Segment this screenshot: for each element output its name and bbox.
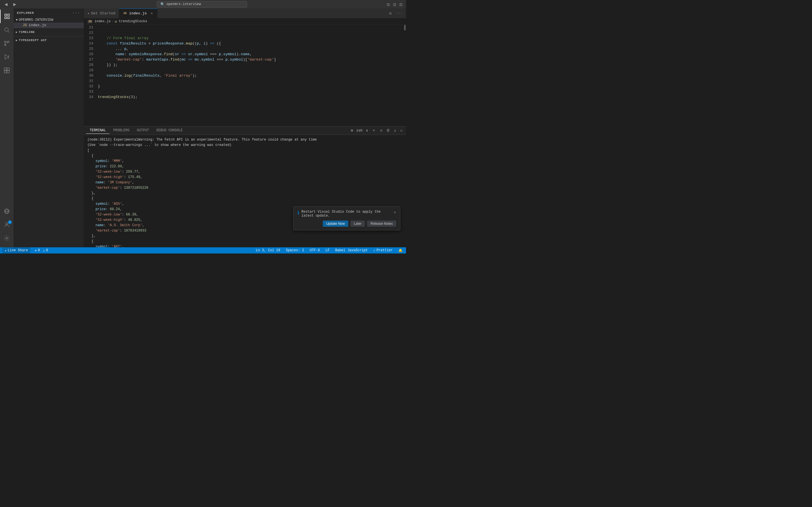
folder-arrow-icon: ▼	[16, 18, 18, 22]
status-bar: ↗ Live Share ✕ 0 ⚠ 0 Ln 3, Col 19 Spaces…	[0, 247, 406, 253]
position-text: Ln 3, Col 19	[256, 248, 280, 252]
terminal-line-brace4: },	[87, 233, 403, 239]
terminal-line-mmm-price: price: 222.89,	[87, 164, 403, 169]
error-icon: ✕	[35, 248, 37, 252]
code-line-24: const finalResults = pricesResponse.map(…	[98, 41, 404, 46]
notification-row: ℹ Restart Visual Studio Code to apply th…	[297, 210, 396, 218]
notification-close-button[interactable]: ✕	[394, 210, 396, 215]
notification-buttons: Update Now Later Release Notes	[297, 221, 396, 227]
svg-rect-9	[7, 71, 9, 73]
activity-source-control[interactable]	[0, 37, 13, 50]
search-area[interactable]: 🔍 openmrs-interview	[18, 1, 386, 8]
svg-marker-5	[5, 55, 9, 59]
terminal-chevron-icon[interactable]: ∧	[393, 128, 398, 134]
terminal-line-brace3: {	[87, 196, 403, 202]
search-box[interactable]: 🔍 openmrs-interview	[157, 1, 247, 8]
svg-line-1	[8, 31, 9, 33]
sidebar-header-icons: ···	[72, 11, 80, 15]
code-editor[interactable]: 21 22 23 24 25 26 27 28 29 30 31 32 33 3…	[84, 25, 406, 126]
nav-back-button[interactable]: ◀	[3, 1, 9, 7]
nav-forward-button[interactable]: ▶	[11, 1, 18, 7]
live-share-label: Live Share	[8, 248, 28, 252]
eol-item[interactable]: LF	[324, 247, 331, 253]
file-index-js[interactable]: JS index.js	[13, 22, 84, 28]
live-share-icon: ↗	[4, 248, 6, 252]
sidebar-section-timeline: ▶ TIMELINE	[13, 28, 84, 36]
formatter-item[interactable]: ✓ Prettier	[372, 247, 394, 253]
scrollbar-thumb	[404, 25, 406, 31]
bc-function[interactable]: trendingStocks	[119, 19, 147, 23]
terminal-content[interactable]: (node:38112) ExperimentalWarning: The Fe…	[84, 135, 406, 247]
title-bar: ◀ ▶ 🔍 openmrs-interview ◫ ◫ ◫	[0, 0, 406, 8]
status-right: Ln 3, Col 19 Spaces: 2 UTF-8 LF Babel Ja…	[255, 247, 404, 253]
code-line-29	[98, 68, 404, 73]
sidebar-title: EXPLORER	[17, 11, 34, 15]
sidebar-header: EXPLORER ···	[13, 8, 84, 17]
svg-point-2	[4, 41, 6, 43]
code-line-22	[98, 30, 404, 36]
bc-sep1: ›	[112, 19, 114, 23]
editor-scrollbar[interactable]	[404, 25, 406, 126]
terminal-tab-output[interactable]: OUTPUT	[133, 127, 152, 134]
terminal-tab-problems[interactable]: PROBLEMS	[110, 127, 133, 134]
encoding-text: UTF-8	[310, 248, 320, 252]
activity-run[interactable]	[0, 50, 13, 64]
update-now-button[interactable]: Update Now	[323, 221, 348, 227]
sidebar-section-typescript: ▶ TYPESCRIPT AST	[13, 36, 84, 44]
svg-rect-7	[4, 68, 6, 70]
tabs-actions: ⊟ ···	[388, 10, 406, 17]
spaces-item[interactable]: Spaces: 2	[285, 247, 305, 253]
warning-count: 0	[46, 248, 48, 252]
tab-get-started[interactable]: ✦ Get Started	[84, 8, 119, 18]
release-notes-button[interactable]: Release Notes	[367, 221, 396, 227]
activity-bottom: 1	[0, 205, 13, 247]
status-errors-item[interactable]: ✕ 0 ⚠ 0	[34, 247, 49, 253]
bc-file[interactable]: index.js	[94, 19, 111, 23]
terminal-trash-icon[interactable]: 🗑	[385, 128, 391, 133]
cursor-position[interactable]: Ln 3, Col 19	[255, 247, 281, 253]
later-button[interactable]: Later	[350, 221, 365, 227]
folder-openmrs[interactable]: ▼ OPENMRS-INTERVIEW	[13, 17, 84, 22]
terminal-close-icon[interactable]: ✕	[399, 128, 404, 134]
timeline-label: TIMELINE	[19, 31, 35, 34]
terminal-plus-icon[interactable]: +	[371, 128, 376, 133]
activity-explorer[interactable]	[0, 10, 13, 23]
split-icon[interactable]: ◫	[399, 1, 403, 7]
code-line-28: }) );	[98, 62, 404, 68]
tab-close-icon[interactable]: ✕	[150, 11, 154, 16]
file-js-icon: JS	[22, 23, 27, 27]
activity-account[interactable]: 1	[0, 218, 13, 231]
typescript-label: TYPESCRIPT AST	[19, 39, 47, 42]
tab-index-js[interactable]: JS index.js ✕	[119, 8, 158, 18]
activity-extensions[interactable]	[0, 64, 13, 77]
terminal-split-icon[interactable]: ⊟	[379, 128, 384, 134]
terminal-icon: ⊟	[350, 128, 354, 133]
live-share-item[interactable]: ↗ Live Share	[2, 247, 30, 253]
panel-icon[interactable]: ◫	[392, 1, 397, 7]
terminal-dropdown-icon[interactable]: ∨	[364, 128, 369, 133]
language-item[interactable]: Babel JavaScript	[334, 247, 369, 253]
activity-settings[interactable]	[0, 231, 13, 245]
formatter-icon: ✓	[373, 248, 375, 252]
code-line-23: // Form final array	[98, 36, 404, 41]
split-editor-icon[interactable]: ⊟	[388, 10, 393, 17]
terminal-line-mmm-52low: '52-week-low': 259.77,	[87, 169, 403, 175]
typescript-header[interactable]: ▶ TYPESCRIPT AST	[13, 38, 84, 43]
terminal-tab-terminal[interactable]: TERMINAL	[86, 127, 109, 134]
activity-search[interactable]	[0, 23, 13, 37]
encoding-item[interactable]: UTF-8	[309, 247, 321, 253]
layout-icon[interactable]: ◫	[386, 1, 391, 7]
notifications-item[interactable]: 🔔	[397, 247, 404, 253]
line-numbers: 21 22 23 24 25 26 27 28 29 30 31 32 33 3…	[84, 25, 97, 126]
tabs-more-icon[interactable]: ···	[395, 10, 404, 17]
bc-js-icon: JS	[87, 20, 93, 23]
code-content[interactable]: // Form final array const finalResults =…	[97, 25, 404, 126]
sidebar-more-icon[interactable]: ···	[72, 11, 80, 15]
window-controls: ◫ ◫ ◫	[386, 1, 403, 7]
notification-message: Restart Visual Studio Code to apply the …	[301, 210, 392, 218]
terminal-tab-debug[interactable]: DEBUG CONSOLE	[153, 127, 186, 134]
timeline-header[interactable]: ▶ TIMELINE	[13, 29, 84, 35]
activity-remote[interactable]	[0, 205, 13, 218]
terminal-line-abt-symbol: symbol: 'ABT',	[87, 244, 403, 247]
terminal-line-bracket1: [	[87, 148, 403, 153]
